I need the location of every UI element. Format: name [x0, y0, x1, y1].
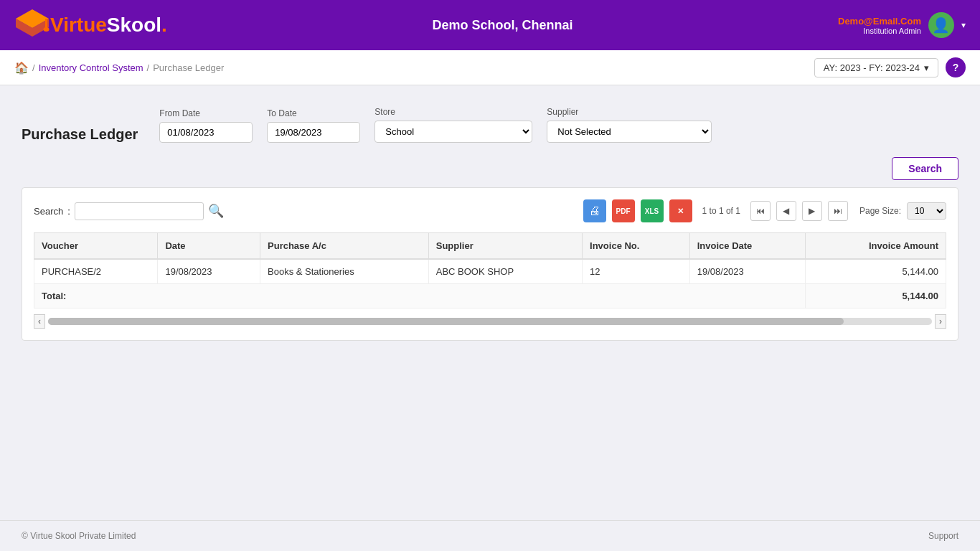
store-group: Store School Library Lab — [374, 107, 532, 143]
user-email: Demo@Email.Com — [838, 16, 921, 27]
header-right: Demo@Email.Com Institution Admin 👤 ▾ — [838, 12, 966, 38]
from-date-input[interactable] — [159, 122, 253, 143]
col-purchase-ac: Purchase A/c — [260, 233, 429, 260]
col-invoice-date: Invoice Date — [689, 233, 806, 260]
cell-date: 19/08/2023 — [158, 259, 260, 284]
scroll-right-arrow[interactable]: › — [935, 314, 946, 329]
col-date: Date — [158, 233, 260, 260]
breadcrumb-sep2: / — [147, 62, 150, 73]
pdf-icon: PDF — [616, 207, 631, 215]
to-date-input[interactable] — [267, 122, 360, 143]
excel2-button[interactable]: ✕ — [669, 199, 692, 222]
breadcrumb-sep1: / — [32, 62, 35, 73]
excel2-icon: ✕ — [677, 207, 684, 216]
col-invoice-amount: Invoice Amount — [806, 233, 946, 260]
fy-selector[interactable]: AY: 2023 - FY: 2023-24 ▾ — [814, 58, 938, 77]
breadcrumb-current: Purchase Ledger — [153, 62, 224, 73]
toolbar-right: 🖨 PDF XLS ✕ 1 to 1 of 1 ⏮ ◀ ▶ ⏭ Page Siz… — [583, 199, 946, 222]
table-search-icon-btn[interactable]: 🔍 — [208, 203, 224, 219]
from-date-group: From Date — [159, 108, 253, 143]
col-invoice-no: Invoice No. — [583, 233, 690, 260]
col-supplier: Supplier — [428, 233, 582, 260]
col-voucher: Voucher — [34, 233, 158, 260]
page-size-select[interactable]: 10 25 50 100 — [907, 202, 946, 220]
breadcrumb-bar: 🏠 / Inventory Control System / Purchase … — [0, 50, 980, 85]
total-amount: 5,144.00 — [806, 284, 946, 309]
excel-button[interactable]: XLS — [641, 199, 664, 222]
supplier-group: Supplier Not Selected ABC BOOK SHOP — [547, 107, 712, 143]
page-size-label: Page Size: — [859, 206, 901, 216]
fy-label: AY: 2023 - FY: 2023-24 — [824, 62, 920, 73]
svg-rect-2 — [45, 19, 47, 29]
page-title: Purchase Ledger — [22, 126, 138, 143]
cell-invoice-no: 12 — [583, 259, 690, 284]
last-page-button[interactable]: ⏭ — [828, 201, 848, 221]
table-total-row: Total: 5,144.00 — [34, 284, 946, 309]
help-button[interactable]: ? — [946, 57, 966, 77]
data-table: Voucher Date Purchase A/c Supplier Invoi… — [34, 232, 946, 309]
print-icon: 🖨 — [589, 204, 600, 217]
table-header-row: Voucher Date Purchase A/c Supplier Invoi… — [34, 233, 946, 260]
scrollbar-row: ‹ › — [34, 314, 946, 329]
cell-supplier: ABC BOOK SHOP — [428, 259, 582, 284]
breadcrumb-link-inventory[interactable]: Inventory Control System — [39, 62, 143, 73]
fy-dropdown-icon: ▾ — [924, 62, 929, 73]
store-label: Store — [374, 107, 532, 117]
table-search-label: Search — [34, 206, 63, 217]
header: VirtueSkool. Demo School, Chennai Demo@E… — [0, 0, 980, 50]
school-name: Demo School, Chennai — [432, 18, 573, 33]
search-button[interactable]: Search — [892, 157, 958, 180]
footer-support[interactable]: Support — [928, 531, 958, 541]
cell-invoice-amount: 5,144.00 — [806, 259, 946, 284]
supplier-select[interactable]: Not Selected ABC BOOK SHOP — [547, 121, 712, 143]
logo: VirtueSkool. — [14, 6, 167, 45]
scroll-left-arrow[interactable]: ‹ — [34, 314, 45, 329]
avatar-dropdown-icon[interactable]: ▾ — [961, 20, 966, 30]
magnifier-icon: 🔍 — [208, 204, 224, 218]
table-search-colon: : — [67, 206, 70, 217]
supplier-label: Supplier — [547, 107, 712, 117]
table-search-row: Search : 🔍 — [34, 202, 224, 220]
footer-copyright: © Virtue Skool Private Limited — [22, 531, 136, 541]
cell-invoice-date: 19/08/2023 — [689, 259, 806, 284]
svg-point-3 — [44, 27, 50, 32]
home-icon[interactable]: 🏠 — [14, 61, 29, 75]
total-label: Total: — [34, 284, 806, 309]
main-content: Purchase Ledger From Date To Date Store … — [0, 85, 980, 520]
footer: © Virtue Skool Private Limited Support — [0, 520, 980, 551]
table-toolbar: Search : 🔍 🖨 PDF XLS ✕ — [34, 199, 946, 222]
table-row: PURCHASE/2 19/08/2023 Books & Stationeri… — [34, 259, 946, 284]
scrollbar-track[interactable] — [48, 318, 932, 325]
table-search-input[interactable] — [75, 202, 204, 220]
pagination-info: 1 to 1 of 1 — [702, 206, 740, 216]
print-button[interactable]: 🖨 — [583, 199, 606, 222]
next-page-button[interactable]: ▶ — [802, 201, 822, 221]
logo-virtue: VirtueSkool. — [50, 14, 167, 37]
excel-icon: XLS — [645, 207, 659, 215]
from-date-label: From Date — [159, 108, 253, 118]
to-date-label: To Date — [267, 108, 360, 118]
avatar[interactable]: 👤 — [928, 12, 954, 38]
store-select[interactable]: School Library Lab — [374, 121, 532, 143]
breadcrumb: 🏠 / Inventory Control System / Purchase … — [14, 61, 224, 75]
search-btn-row: Search — [22, 157, 958, 180]
prev-page-button[interactable]: ◀ — [776, 201, 796, 221]
scrollbar-thumb — [48, 318, 844, 325]
user-info: Demo@Email.Com Institution Admin — [838, 16, 921, 35]
breadcrumb-right: AY: 2023 - FY: 2023-24 ▾ ? — [814, 57, 966, 77]
user-role: Institution Admin — [838, 27, 921, 35]
table-card: Search : 🔍 🖨 PDF XLS ✕ — [22, 187, 958, 341]
to-date-group: To Date — [267, 108, 360, 143]
pdf-button[interactable]: PDF — [612, 199, 635, 222]
cell-voucher: PURCHASE/2 — [34, 259, 158, 284]
first-page-button[interactable]: ⏮ — [750, 201, 771, 221]
cell-purchase-ac: Books & Stationeries — [260, 259, 429, 284]
